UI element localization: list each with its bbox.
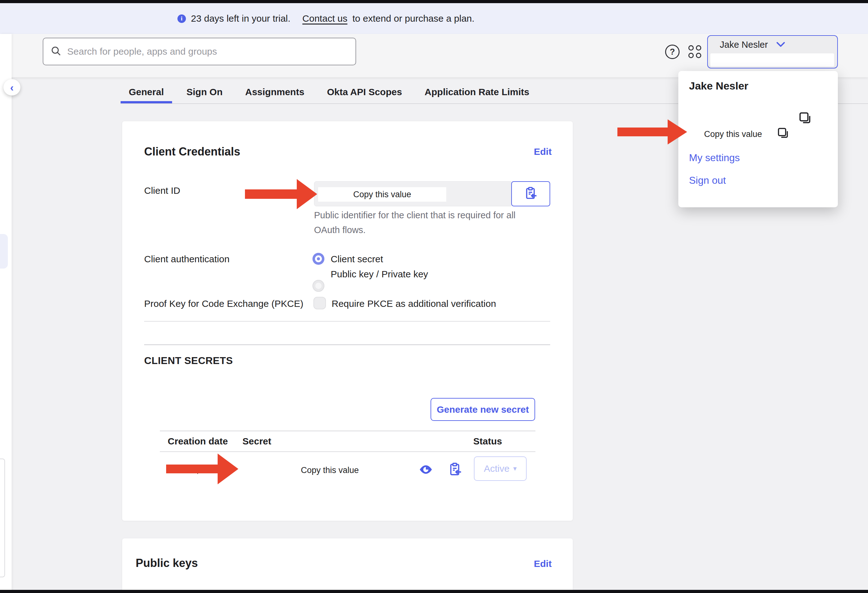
info-icon: i xyxy=(177,15,186,23)
pkce-label: Proof Key for Code Exchange (PKCE) xyxy=(144,299,303,309)
browser-top-strip xyxy=(0,0,868,3)
tab-assignments[interactable]: Assignments xyxy=(237,82,313,104)
tab-application-rate-limits[interactable]: Application Rate Limits xyxy=(416,82,537,104)
reveal-secret-eye-icon[interactable] xyxy=(418,462,434,478)
sidebar-item-partial xyxy=(0,234,8,269)
public-keys-title: Public keys xyxy=(136,556,198,570)
contact-us-link[interactable]: Contact us xyxy=(303,13,347,24)
user-menu-name: Jake Nesler xyxy=(689,80,748,92)
user-name: Jake Nesler xyxy=(720,40,768,50)
annotation-arrow-secret-date xyxy=(166,454,238,484)
clipboard-copy-icon xyxy=(524,186,537,201)
secret-copy-button[interactable] xyxy=(448,461,462,479)
copy-value-icon[interactable] xyxy=(776,126,790,139)
client-secrets-title: CLIENT SECRETS xyxy=(144,355,233,367)
secret-status-dropdown[interactable]: Active ▾ xyxy=(474,456,527,481)
generate-new-secret-button[interactable]: Generate new secret xyxy=(431,398,535,421)
copy-email-icon[interactable] xyxy=(798,111,812,125)
apps-grid-icon[interactable] xyxy=(688,45,703,59)
table-header-border xyxy=(160,451,536,452)
secret-copy-tooltip: Copy this value xyxy=(301,466,359,475)
client-credentials-title: Client Credentials xyxy=(144,145,240,158)
radio-client-secret-label: Client secret xyxy=(331,254,383,265)
radio-public-private-key[interactable] xyxy=(313,280,325,292)
radio-client-secret[interactable] xyxy=(313,253,325,265)
caret-down-icon: ▾ xyxy=(513,464,517,473)
pkce-checkbox[interactable] xyxy=(313,297,326,309)
okta-admin-app-page: i 23 days left in your trial. Contact us… xyxy=(0,0,868,593)
browser-bottom-strip xyxy=(0,590,868,593)
search-icon xyxy=(50,45,62,58)
org-name-redaction xyxy=(710,53,834,67)
app-tabs: General Sign On Assignments Okta API Sco… xyxy=(121,82,537,104)
client-id-label: Client ID xyxy=(144,185,180,196)
client-authentication-label: Client authentication xyxy=(144,254,230,265)
client-id-copy-tooltip: Copy this value xyxy=(318,187,446,202)
col-header-creation-date: Creation date xyxy=(168,436,228,447)
status-badge: Active xyxy=(484,463,510,474)
chevron-down-icon xyxy=(776,40,785,50)
global-search[interactable] xyxy=(43,38,356,65)
annotation-arrow-user-menu xyxy=(617,119,689,145)
table-top-border xyxy=(160,430,536,431)
left-edge-panel-partial xyxy=(0,458,5,577)
user-dropdown-menu: Jake Nesler Copy this value My settings … xyxy=(678,71,838,207)
section-divider xyxy=(144,321,550,322)
col-header-status: Status xyxy=(473,436,502,447)
client-id-copy-button[interactable] xyxy=(511,181,550,206)
tab-sign-on[interactable]: Sign On xyxy=(179,82,231,104)
annotation-arrow-client-id xyxy=(245,179,317,209)
client-credentials-edit-link[interactable]: Edit xyxy=(534,146,552,157)
tab-okta-api-scopes[interactable]: Okta API Scopes xyxy=(319,82,410,104)
chevron-left-icon: ‹ xyxy=(10,81,13,93)
trial-banner: i 23 days left in your trial. Contact us… xyxy=(0,3,868,34)
public-keys-edit-link[interactable]: Edit xyxy=(534,559,552,569)
section-divider xyxy=(144,344,550,345)
radio-public-private-key-label: Public key / Private key xyxy=(331,269,428,279)
col-header-secret: Secret xyxy=(242,436,271,447)
my-settings-link[interactable]: My settings xyxy=(689,152,740,164)
user-menu-copy-tooltip: Copy this value xyxy=(704,129,762,139)
trial-days-text: 23 days left in your trial. xyxy=(191,13,291,24)
pkce-option-label: Require PKCE as additional verification xyxy=(332,299,496,309)
trial-suffix-text: to extend or purchase a plan. xyxy=(352,13,474,24)
tab-general[interactable]: General xyxy=(121,82,172,104)
sidebar-expand-button[interactable]: ‹ xyxy=(3,79,21,96)
search-input[interactable] xyxy=(67,46,348,57)
sign-out-link[interactable]: Sign out xyxy=(689,174,726,186)
client-id-description: Public identifier for the client that is… xyxy=(314,208,516,237)
help-icon[interactable]: ? xyxy=(665,44,680,59)
user-account-button[interactable]: Jake Nesler xyxy=(707,35,838,68)
client-id-value-field[interactable]: Copy this value xyxy=(314,181,511,206)
